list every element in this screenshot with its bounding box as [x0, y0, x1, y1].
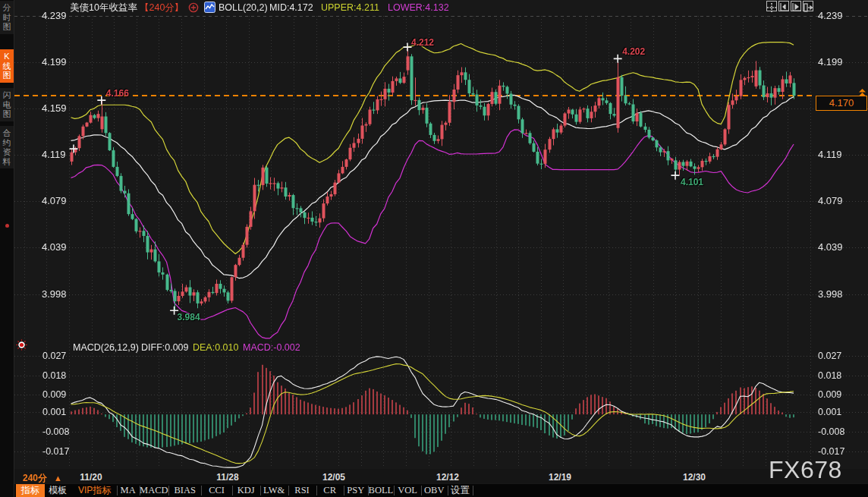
toolbar-tab-2[interactable]: 模板 [46, 484, 70, 497]
indicator-button-[interactable]: 设置 [448, 484, 473, 497]
indicator-button-kdj[interactable]: KDJ [232, 484, 260, 497]
price-tick-left: 4.239 [42, 11, 67, 21]
date-tick: 11/20 [80, 472, 102, 483]
price-annotation-3.984: 3.984 [178, 312, 200, 322]
period-title: 【240分】 [140, 2, 184, 14]
fx678-watermark: FX678 [769, 456, 842, 484]
toolbar-tab-3[interactable]: VIP指标 [76, 484, 114, 497]
price-tick-left: 4.159 [42, 103, 67, 114]
chart-application: 分 时 图K 线 图闪 电 图合 约 资 料 美债10年收益率 【240分】 B… [0, 0, 868, 497]
sidebar-tab-4[interactable]: 合 约 资 料 [0, 126, 14, 168]
macd-tick-right: -0.017 [818, 446, 844, 457]
price-tick-right: 4.239 [818, 11, 843, 21]
macd-settings-sun-icon[interactable] [16, 339, 27, 351]
macd-tick-left: 0.018 [42, 370, 66, 381]
price-tick-right: 4.119 [818, 149, 842, 160]
price-annotation-4.166: 4.166 [106, 88, 129, 99]
date-tick: 12/30 [683, 472, 706, 483]
left-sidebar: 分 时 图K 线 图闪 电 图合 约 资 料 [0, 0, 14, 497]
indicator-button-cr[interactable]: CR [316, 484, 344, 497]
sidebar-tab-1[interactable]: 分 时 图 [0, 1, 14, 34]
price-tick-left: 4.079 [42, 196, 67, 206]
date-tick: 12/12 [436, 472, 459, 483]
macd-dea-value: DEA:0.010 [193, 341, 238, 354]
macd-tick-right: -0.008 [818, 426, 844, 437]
exit-right-icon[interactable] [803, 1, 813, 11]
price-tick-right: 4.199 [818, 57, 843, 68]
macd-tick-right: 0.009 [818, 389, 841, 400]
symbol-title: 美债10年收益率 [70, 2, 137, 14]
toolbar-separator [473, 486, 473, 495]
boll-lower-value: LOWER:4.132 [388, 2, 449, 14]
indicator-button-vol[interactable]: VOL [394, 484, 421, 497]
indicator-button-boll[interactable]: BOLL [368, 484, 395, 497]
boll-params-label: BOLL(20,2) [219, 2, 268, 14]
period-selector[interactable]: 240分▲ [23, 472, 62, 485]
period-selector-label: 240分 [23, 473, 47, 483]
macd-tick-right: 0.018 [818, 370, 841, 381]
macd-tick-left: -0.008 [42, 426, 69, 437]
macd-tick-left: 0.009 [42, 389, 66, 400]
price-up-arrow-icon [857, 89, 867, 96]
price-tick-left: 4.199 [42, 57, 67, 68]
notification-dot [5, 224, 9, 228]
macd-tick-left: -0.017 [42, 446, 69, 457]
macd-tick-left: 0.027 [42, 351, 66, 361]
indicator-button-psy[interactable]: PSY [344, 484, 368, 497]
price-tick-right: 3.998 [818, 289, 843, 300]
macd-params-label: MACD(26,12,9) [73, 341, 139, 354]
macd-macd-value: MACD:-0.002 [243, 341, 300, 354]
line-chart-icon[interactable] [204, 2, 215, 13]
circle-plus-icon[interactable] [188, 2, 199, 13]
macd-tick-right: 0.001 [818, 407, 841, 417]
price-tick-right: 4.079 [818, 196, 843, 206]
price-annotation-4.202: 4.202 [622, 46, 645, 57]
move-crosshair-icon[interactable] [766, 1, 777, 11]
indicator-button-cci[interactable]: CCI [201, 484, 231, 497]
price-tick-left: 4.119 [42, 149, 66, 160]
indicator-button-obv[interactable]: OBV [421, 484, 448, 497]
toolbar-tab-1[interactable]: 指标 [16, 484, 46, 497]
boll-upper-value: UPPER:4.211 [321, 2, 379, 14]
date-tick: 12/19 [549, 472, 571, 483]
indicator-button-ma[interactable]: MA [117, 484, 140, 497]
axis-scale-play-icon[interactable] [791, 1, 801, 11]
date-tick: 11/28 [216, 472, 238, 483]
sidebar-tab-2[interactable]: K 线 图 [0, 49, 14, 83]
axis-scale-left-icon[interactable] [778, 1, 789, 11]
boll-mid-value: MID:4.172 [269, 2, 313, 14]
chevron-up-icon: ▲ [54, 473, 62, 483]
macd-tick-right: 0.027 [818, 351, 841, 361]
macd-tick-left: 0.001 [42, 407, 66, 417]
sidebar-tab-3[interactable]: 闪 电 图 [0, 88, 14, 121]
current-price-tag[interactable]: 4.170 [816, 96, 867, 111]
price-annotation-4.101: 4.101 [681, 177, 703, 187]
price-annotation-4.212: 4.212 [411, 37, 434, 48]
date-tick: 12/05 [322, 472, 345, 483]
indicator-button-macd[interactable]: MACD [140, 484, 169, 497]
price-tick-right: 4.039 [818, 242, 843, 253]
bottom-toolbar: 指标模板VIP指标MAMACDBIASCCIKDJLW&RSICRPSYBOLL… [14, 484, 868, 497]
price-tick-left: 4.039 [42, 242, 67, 253]
indicator-button-lw[interactable]: LW& [260, 484, 288, 497]
price-macd-chart-canvas[interactable] [0, 0, 868, 497]
indicator-button-bias[interactable]: BIAS [168, 484, 201, 497]
price-tick-left: 3.998 [42, 289, 67, 300]
macd-diff-value: DIFF:0.009 [141, 341, 189, 354]
indicator-button-rsi[interactable]: RSI [288, 484, 316, 497]
